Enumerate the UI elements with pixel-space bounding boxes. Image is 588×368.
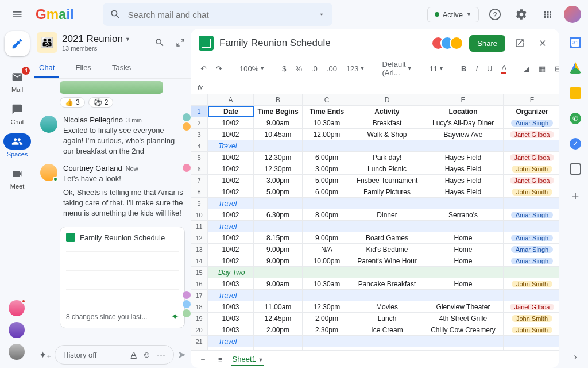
chat-heads <box>9 300 25 360</box>
attachment-footer: 8 changes since you last... <box>66 313 147 321</box>
sheet-title[interactable]: Family Reunion Schedule <box>219 37 425 49</box>
close-icon <box>538 39 547 48</box>
tab-tasks[interactable]: Tasks <box>107 59 136 78</box>
calendar-addon[interactable]: 31 <box>570 37 581 48</box>
fontsize-dropdown[interactable]: 11 ▼ <box>427 63 447 74</box>
nav-mail-label: Mail <box>11 86 23 93</box>
nav-meet[interactable]: Meet <box>0 162 34 193</box>
avatar <box>40 164 57 181</box>
gmail-m-icon: Gmail <box>36 6 74 22</box>
search-box[interactable] <box>103 3 332 26</box>
msg-time: 3 min <box>126 117 142 124</box>
search-dropdown-icon[interactable] <box>318 10 326 18</box>
avatar <box>40 116 57 133</box>
tasks-addon[interactable]: ✓ <box>570 138 581 150</box>
chat-icon <box>11 103 23 115</box>
tab-files[interactable]: Files <box>71 59 95 78</box>
increase-decimal-button[interactable]: .00 <box>324 63 340 74</box>
merge-button[interactable]: ⊟▼ <box>552 63 559 74</box>
fillcolor-button[interactable]: ◢ <box>521 63 532 74</box>
addons-plus-button[interactable]: + <box>572 189 579 204</box>
addon-extra[interactable] <box>570 163 581 175</box>
drive-addon[interactable] <box>570 62 581 74</box>
share-button[interactable]: Share <box>469 35 505 52</box>
percent-button[interactable]: % <box>292 63 305 74</box>
close-button[interactable] <box>534 34 551 52</box>
chat-head[interactable] <box>9 322 25 338</box>
redo-button[interactable]: ↷ <box>213 63 225 74</box>
meet-icon <box>11 168 23 179</box>
apps-grid-icon <box>543 9 553 20</box>
chat-scroll[interactable]: 👍3 ⚽2 Nicolas Pellegrino3 min Excited to… <box>34 79 191 342</box>
msg-text: Ok, Sheets is telling me that Amar is ta… <box>63 187 185 219</box>
collaborator-avatars[interactable] <box>431 36 463 50</box>
search-icon <box>154 37 165 48</box>
chat-head[interactable] <box>9 344 25 360</box>
add-sheet-button[interactable]: ＋ <box>196 353 210 366</box>
numformat-dropdown[interactable]: 123▼ <box>343 63 368 74</box>
sheets-attachment[interactable]: Family Reunion Schedule 8 changes since … <box>60 227 185 328</box>
tab-chat[interactable]: Chat <box>34 59 59 78</box>
currency-button[interactable]: $ <box>279 63 289 74</box>
undo-button[interactable]: ↶ <box>198 63 210 74</box>
keep-addon[interactable] <box>570 87 581 99</box>
help-button[interactable]: ? <box>485 4 505 25</box>
decrease-decimal-button[interactable]: .0 <box>308 63 320 74</box>
italic-button[interactable]: I <box>473 63 481 74</box>
space-title[interactable]: 2021 Reunion▼ <box>62 33 147 45</box>
underline-button[interactable]: U <box>484 63 495 74</box>
space-emoji-icon: 👨‍👩‍👧 <box>37 32 57 53</box>
main-menu-button[interactable] <box>7 4 28 25</box>
textcolor-button[interactable]: A <box>498 62 509 75</box>
more-icon[interactable]: ⋯ <box>157 350 165 360</box>
chat-message: Nicolas Pellegrino3 min Excited to final… <box>34 112 191 160</box>
contacts-addon[interactable]: ✆ <box>570 113 581 124</box>
chat-head[interactable] <box>9 300 25 316</box>
open-external-button[interactable] <box>511 34 528 52</box>
space-search-button[interactable] <box>152 34 168 51</box>
msg-time: Now <box>126 165 138 172</box>
account-avatar[interactable] <box>564 6 581 23</box>
compose-button[interactable] <box>5 31 30 56</box>
image-thumbnail[interactable] <box>60 81 163 94</box>
reaction-soccer[interactable]: ⚽2 <box>88 97 114 108</box>
all-sheets-button[interactable]: ≡ <box>215 354 226 365</box>
open-external-icon <box>514 38 525 48</box>
space-members: 13 members <box>62 45 147 52</box>
status-pill[interactable]: Active ▼ <box>427 7 479 22</box>
settings-button[interactable] <box>511 4 532 25</box>
addon-collapse-icon[interactable]: › <box>574 352 577 362</box>
sheets-panel: Family Reunion Schedule Share ↶ ↷ 100% ▼… <box>191 29 559 368</box>
attachment-preview <box>66 246 179 308</box>
zoom-dropdown[interactable]: 100% ▼ <box>237 63 268 74</box>
search-input[interactable] <box>128 10 318 20</box>
status-label: Active <box>443 10 463 19</box>
reaction-thumbsup[interactable]: 👍3 <box>60 97 85 108</box>
send-button[interactable]: ➤ <box>177 348 186 361</box>
bold-button[interactable]: B <box>458 63 469 74</box>
sheets-toolbar: ↶ ↷ 100% ▼ $ % .0 .00 123▼ Default (Ari.… <box>191 57 559 82</box>
sheets-logo-icon <box>199 36 214 51</box>
collapse-button[interactable] <box>172 34 188 51</box>
font-dropdown[interactable]: Default (Ari... ▼ <box>380 59 415 78</box>
chevron-down-icon: ▼ <box>125 36 130 42</box>
search-icon <box>110 9 121 20</box>
borders-button[interactable]: ▦ <box>536 63 548 74</box>
compose-row: ✦₊ History off A ☺ ⋯ ➤ <box>34 342 191 368</box>
sheet-tab-1[interactable]: Sheet1 ▼ <box>231 354 265 366</box>
nav-spaces[interactable]: Spaces <box>0 130 34 161</box>
nav-mail[interactable]: 4 Mail <box>0 66 34 97</box>
emoji-icon[interactable]: ☺ <box>142 350 151 360</box>
addon-rail: 31 ✆ ✓ + › <box>563 29 588 368</box>
format-icon[interactable]: A <box>131 350 137 360</box>
sheet-grid[interactable]: ABCDEFG1DateTime BeginsTime EndsActivity… <box>191 94 559 350</box>
spaces-icon <box>11 136 23 147</box>
formula-bar[interactable]: fx <box>191 82 559 94</box>
sparkle-icon[interactable]: ✦₊ <box>39 350 51 361</box>
compose-input[interactable]: History off A ☺ ⋯ <box>55 345 174 365</box>
gmail-logo[interactable]: Gmail Gmail <box>36 6 74 22</box>
nav-meet-label: Meet <box>10 183 24 190</box>
apps-button[interactable] <box>537 4 558 25</box>
nav-chat[interactable]: Chat <box>0 98 34 129</box>
msg-text: Let's have a look! <box>63 174 185 184</box>
